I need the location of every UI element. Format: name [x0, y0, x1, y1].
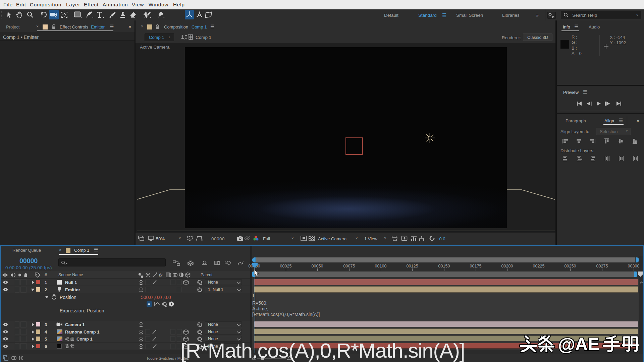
svg-text:fx: fx [159, 273, 163, 278]
svg-text:@AE: @AE [558, 335, 599, 354]
